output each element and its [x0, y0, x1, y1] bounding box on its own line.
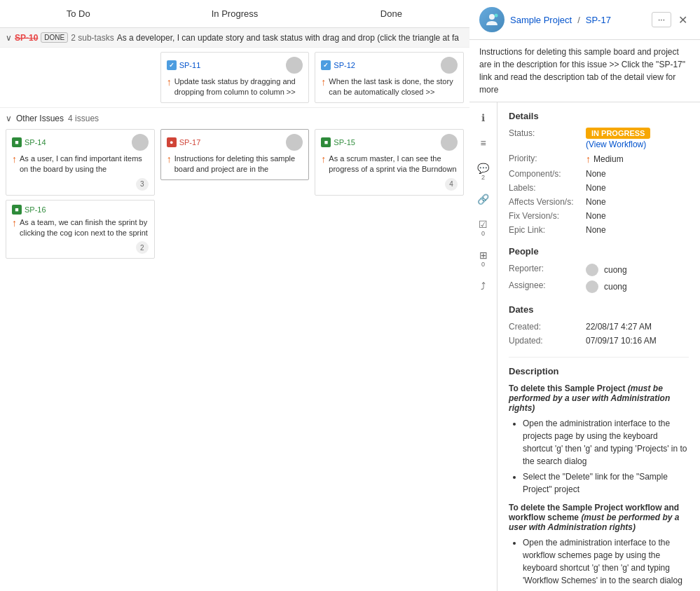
- fix-label: Fix Version/s:: [509, 211, 586, 221]
- card-id-sp14[interactable]: SP-14: [25, 138, 46, 147]
- list-icon[interactable]: ≡: [476, 136, 490, 150]
- sprint-id: SP-10: [15, 33, 38, 43]
- created-value: 22/08/17 4:27 AM: [586, 322, 652, 332]
- sprint-toggle[interactable]: ∨: [6, 33, 12, 43]
- card-id-sp17[interactable]: SP-17: [179, 138, 201, 147]
- card-text-sp15: As a scrum master, I can see the progres…: [329, 154, 458, 175]
- issue-id-link[interactable]: SP-17: [586, 15, 611, 25]
- created-label: Created:: [509, 322, 586, 332]
- description-heading: Description: [509, 366, 689, 376]
- sprint-card-sp11[interactable]: ✓ SP-11 ↑ Update task status by dragging…: [160, 52, 310, 103]
- desc-list1: Open the administration interface to the…: [509, 417, 689, 496]
- card-id-sp12[interactable]: SP-12: [334, 61, 355, 69]
- info-icon[interactable]: ℹ: [476, 111, 490, 125]
- comment-icon[interactable]: 💬 2: [476, 161, 490, 175]
- priority-row: Priority: ↑ Medium: [509, 154, 689, 165]
- table-icon[interactable]: ⊞ 0: [476, 248, 490, 262]
- priority-value: ↑ Medium: [586, 154, 624, 165]
- sprint-card-sp12[interactable]: ✓ SP-12 ↑ When the last task is done, th…: [315, 52, 464, 103]
- card-priority-sp11: ↑: [167, 76, 172, 88]
- more-button[interactable]: ···: [652, 12, 671, 27]
- priority-label: Priority:: [509, 154, 586, 163]
- assignee-row: Assignee: cuong: [509, 280, 689, 293]
- checklist-icon[interactable]: ☑ 0: [476, 217, 490, 231]
- fix-value: None: [586, 211, 606, 221]
- link-icon[interactable]: 🔗: [476, 192, 490, 206]
- sprint-done-badge: DONE: [41, 32, 68, 43]
- board-header: To Do In Progress Done: [0, 0, 469, 28]
- components-value: None: [586, 169, 606, 179]
- card-id-sp15[interactable]: SP-15: [334, 138, 355, 147]
- detail-body: ℹ ≡ 💬 2 🔗 ☑ 0 ⊞ 0 ⤴ Details Sta: [469, 102, 700, 591]
- col-header-done: Done: [313, 6, 469, 22]
- card-text-sp17: Instructions for deleting this sample bo…: [174, 154, 303, 175]
- labels-value: None: [586, 183, 606, 193]
- header-actions: ··· ✕: [652, 12, 690, 27]
- close-button[interactable]: ✕: [675, 12, 690, 27]
- other-toggle[interactable]: ∨: [6, 114, 12, 123]
- card-avatar-sp17: [286, 134, 303, 151]
- assignee-label: Assignee:: [509, 280, 586, 290]
- assignee-avatar: [586, 280, 598, 293]
- reporter-label: Reporter:: [509, 264, 586, 273]
- sprint-todo-col: [6, 52, 155, 103]
- card-type-sp11: ✓: [167, 60, 177, 70]
- project-name-link[interactable]: Sample Project: [510, 15, 572, 25]
- card-sp16[interactable]: ■ SP-16 ↑ As a team, we can finish the s…: [6, 200, 155, 259]
- other-label: Other Issues: [16, 114, 64, 123]
- description-section: Description To delete this Sample Projec…: [509, 357, 689, 587]
- card-sp17[interactable]: ● SP-17 ↑ Instructions for deleting this…: [160, 129, 310, 180]
- svg-point-1: [495, 14, 498, 18]
- card-id-sp16[interactable]: SP-16: [25, 205, 46, 214]
- card-sp14[interactable]: ■ SP-14 ↑ As a user, I can find importan…: [6, 129, 155, 196]
- card-priority-sp17: ↑: [167, 154, 172, 165]
- priority-arrow-icon: ↑: [586, 154, 591, 165]
- card-avatar-sp15: [441, 134, 458, 151]
- card-count-sp15: 4: [445, 178, 458, 191]
- sprint-description: As a developer, I can update story and t…: [117, 33, 464, 43]
- reporter-row: Reporter: cuong: [509, 264, 689, 276]
- card-priority-sp15: ↑: [321, 154, 326, 165]
- updated-row: Updated: 07/09/17 10:16 AM: [509, 336, 689, 346]
- affects-row: Affects Version/s: None: [509, 197, 689, 207]
- status-value: IN PROGRESS (View Workflow): [586, 128, 650, 149]
- card-sp15[interactable]: ■ SP-15 ↑ As a scrum master, I can see t…: [315, 129, 464, 196]
- title-separator: /: [577, 15, 580, 25]
- affects-value: None: [586, 197, 606, 207]
- epic-label: Epic Link:: [509, 225, 586, 235]
- labels-label: Labels:: [509, 183, 586, 193]
- other-count: 4 issues: [68, 114, 99, 123]
- components-label: Component/s:: [509, 169, 586, 179]
- card-text-sp14: As a user, I can find important items on…: [20, 154, 149, 175]
- sprint-inprogress-col: ✓ SP-11 ↑ Update task status by dragging…: [160, 52, 310, 103]
- card-count-sp16: 2: [136, 241, 149, 254]
- labels-row: Labels: None: [509, 183, 689, 193]
- desc-heading1: To delete this Sample Project (must be p…: [509, 383, 689, 413]
- status-row: Status: IN PROGRESS (View Workflow): [509, 128, 689, 149]
- reporter-value: cuong: [586, 264, 627, 276]
- board-scroll: ∨ SP-10 DONE 2 sub-tasks As a developer,…: [0, 28, 469, 591]
- desc-item1-2: Select the "Delete" link for the "Sample…: [523, 470, 689, 496]
- view-workflow-link[interactable]: (View Workflow): [586, 140, 650, 149]
- components-row: Component/s: None: [509, 169, 689, 179]
- created-row: Created: 22/08/17 4:27 AM: [509, 322, 689, 332]
- card-text-sp16: As a team, we can finish the sprint by c…: [20, 217, 149, 239]
- sprint-subtask: 2 sub-tasks: [71, 33, 114, 43]
- svg-point-0: [489, 14, 495, 20]
- desc-item2-1: Open the administration interface to the…: [523, 536, 689, 587]
- affects-label: Affects Version/s:: [509, 197, 586, 207]
- status-badge[interactable]: IN PROGRESS: [586, 128, 650, 139]
- sprint-cards-row: ✓ SP-11 ↑ Update task status by dragging…: [0, 48, 469, 108]
- detail-panel: Sample Project / SP-17 ··· ✕ Instruction…: [469, 0, 700, 591]
- share-icon[interactable]: ⤴: [476, 279, 490, 293]
- card-id-sp11[interactable]: SP-11: [179, 61, 201, 69]
- details-heading: Details: [509, 111, 689, 121]
- card-text-sp11: Update task status by dragging and dropp…: [174, 76, 303, 98]
- card-text-sp12: When the last task is done, the story ca…: [329, 76, 458, 98]
- status-label: Status:: [509, 128, 586, 138]
- desc-item1-1: Open the administration interface to the…: [523, 417, 689, 468]
- updated-label: Updated:: [509, 336, 586, 346]
- other-inprogress-col: ● SP-17 ↑ Instructions for deleting this…: [160, 129, 310, 259]
- card-type-sp17: ●: [167, 137, 177, 147]
- epic-row: Epic Link: None: [509, 225, 689, 235]
